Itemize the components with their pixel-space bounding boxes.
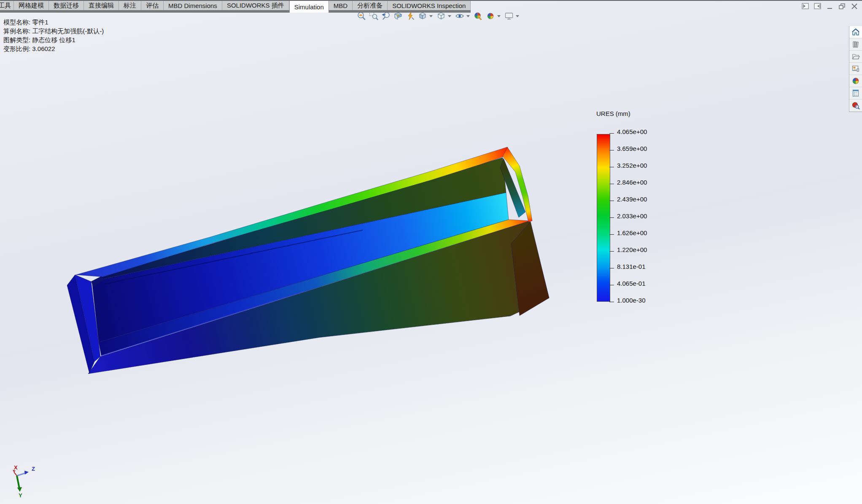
window-controls — [801, 3, 859, 10]
legend-tick-row: 1.626e+00 — [609, 229, 647, 236]
legend-tick-row: 2.033e+00 — [609, 212, 647, 219]
dock-right-icon — [814, 3, 822, 10]
legend-tick-row: 1.000e-30 — [609, 297, 646, 303]
tab-wangge-jianmo[interactable]: 网格建模 — [14, 1, 49, 10]
tab-gongju[interactable]: 工具 — [0, 1, 14, 10]
apply-scene-dropdown[interactable] — [497, 15, 501, 17]
task-pane-appearances[interactable] — [849, 75, 862, 87]
legend-tick-mark — [609, 268, 614, 268]
apply-scene-icon — [485, 11, 496, 21]
legend-tick-row: 3.659e+00 — [609, 145, 647, 152]
tab-label: 数据迁移 — [54, 2, 79, 10]
annotation-line: 变形比例: 3.06022 — [3, 44, 104, 53]
legend-color-bar — [597, 134, 610, 302]
folder-icon — [851, 52, 860, 61]
tab-label: 网格建模 — [19, 2, 44, 10]
legend-tick-label: 4.065e-01 — [617, 280, 646, 287]
legend-tick-label: 2.033e+00 — [617, 212, 647, 220]
task-pane-strip — [849, 26, 862, 112]
tab-label: MBD — [334, 2, 347, 9]
apply-scene-button[interactable] — [485, 11, 496, 21]
dock-pane-left-button[interactable] — [801, 3, 810, 10]
task-pane-view-palette[interactable] — [849, 63, 862, 75]
legend-tick-label: 4.065e+00 — [617, 128, 647, 135]
tab-label: SOLIDWORKS Inspection — [392, 2, 466, 9]
tab-shuju-qianyi[interactable]: 数据迁移 — [49, 1, 84, 10]
inspection-icon — [851, 101, 860, 110]
edit-appearance-button[interactable] — [472, 11, 484, 21]
annotation-line: 模型名称: 零件1 — [3, 18, 104, 27]
view-palette-icon — [851, 64, 860, 73]
legend-tick-label: 3.659e+00 — [617, 145, 647, 152]
tab-simulation[interactable]: Simulation — [289, 1, 329, 13]
graphics-area-model[interactable] — [0, 0, 862, 504]
legend-tick-mark — [609, 302, 614, 302]
dock-left-icon — [802, 3, 809, 10]
hide-show-items-dropdown[interactable] — [466, 15, 470, 17]
legend-tick-mark — [609, 133, 614, 134]
legend-tick-row: 8.131e-01 — [609, 263, 646, 270]
tab-mbd[interactable]: MBD — [329, 1, 353, 10]
tab-solidworks-chajian[interactable]: SOLIDWORKS 插件 — [222, 1, 289, 10]
legend-title: URES (mm) — [596, 110, 689, 117]
tab-biaozhu[interactable]: 标注 — [119, 1, 141, 10]
legend-tick-label: 8.131e-01 — [617, 263, 646, 270]
tab-pinggu[interactable]: 评估 — [141, 1, 164, 10]
tab-label: 评估 — [146, 2, 159, 10]
legend-tick-mark — [609, 217, 614, 218]
close-button[interactable] — [850, 3, 859, 10]
legend-tick-label: 1.220e+00 — [617, 246, 647, 253]
tab-solidworks-inspection[interactable]: SOLIDWORKS Inspection — [388, 1, 471, 10]
annotation-line: 算例名称: 工字结构无加强筋(-默认-) — [3, 27, 104, 35]
ribbon-collapsed-strip — [0, 10, 471, 13]
task-pane-solidworks-inspection[interactable] — [849, 99, 862, 112]
tab-label: 工具 — [0, 2, 11, 10]
legend-tick-label: 1.626e+00 — [617, 229, 647, 236]
minimize-button[interactable] — [826, 3, 834, 10]
display-style-dropdown[interactable] — [448, 15, 451, 17]
books-icon — [851, 40, 860, 48]
command-manager-tabbar: 工具 网格建模 数据迁移 直接编辑 标注 评估 MBD Dimensions S… — [0, 1, 471, 13]
tab-label: 直接编辑 — [89, 2, 114, 10]
edit-appearance-icon — [473, 11, 483, 21]
tab-label: SOLIDWORKS 插件 — [227, 2, 284, 10]
plot-annotation: 模型名称: 零件1 算例名称: 工字结构无加强筋(-默认-) 图解类型: 静态位… — [3, 18, 104, 53]
legend-tick-mark — [609, 251, 614, 252]
legend-tick-row: 1.220e+00 — [609, 246, 647, 253]
fea-model — [67, 147, 549, 374]
legend-tick-row: 4.065e+00 — [609, 128, 647, 135]
legend-tick-mark — [609, 201, 614, 201]
task-pane-custom-properties[interactable] — [849, 87, 862, 99]
task-pane-solidworks-resources[interactable] — [849, 26, 862, 38]
close-icon — [851, 3, 858, 10]
tab-fenxi-zhunbei[interactable]: 分析准备 — [353, 1, 388, 10]
properties-form-icon — [851, 89, 860, 97]
task-pane-design-library[interactable] — [849, 38, 862, 51]
legend-tick-row: 2.439e+00 — [609, 196, 647, 202]
tab-label: 标注 — [124, 2, 136, 10]
task-pane-file-explorer[interactable] — [849, 51, 862, 63]
legend-tick-label: 2.846e+00 — [617, 179, 647, 186]
legend-tick-label: 3.252e+00 — [617, 162, 647, 169]
solidworks-window: 工具 网格建模 数据迁移 直接编辑 标注 评估 MBD Dimensions S… — [0, 0, 862, 504]
annotation-line: 图解类型: 静态位移 位移1 — [3, 35, 104, 44]
view-settings-icon — [504, 11, 514, 21]
view-settings-dropdown[interactable] — [516, 15, 519, 17]
tab-zhijie-bianji[interactable]: 直接编辑 — [84, 1, 119, 10]
legend-tick-row: 3.252e+00 — [609, 162, 647, 169]
legend-tick-mark — [609, 150, 614, 150]
appearances-ball-icon — [851, 77, 860, 85]
restore-button[interactable] — [838, 3, 846, 10]
view-orientation-dropdown[interactable] — [429, 15, 433, 17]
tab-label: MBD Dimensions — [168, 2, 217, 9]
tab-mbd-dimensions[interactable]: MBD Dimensions — [164, 1, 222, 10]
legend-tick-mark — [609, 167, 614, 167]
legend-tick-mark — [609, 285, 614, 285]
view-settings-button[interactable] — [503, 11, 515, 21]
legend-tick-row: 4.065e-01 — [609, 280, 646, 287]
tab-label: Simulation — [294, 3, 324, 11]
legend-tick-row: 2.846e+00 — [609, 179, 647, 185]
legend-tick-mark — [609, 234, 614, 235]
dock-pane-right-button[interactable] — [814, 3, 822, 10]
legend-tick-mark — [609, 184, 614, 184]
